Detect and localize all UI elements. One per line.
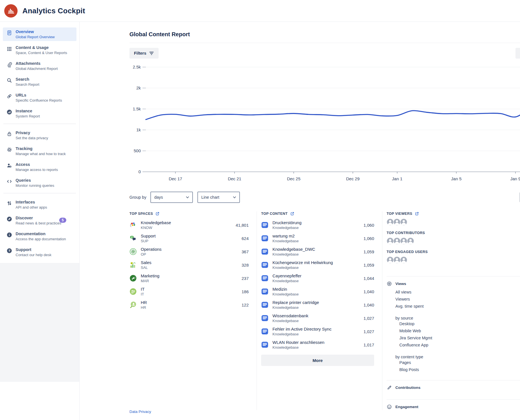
sidebar-item-documentation[interactable]: DocumentationAccess the app documentatio… [3, 230, 76, 243]
page-icon [261, 221, 269, 229]
user-avatar[interactable] [393, 256, 400, 263]
content-row[interactable]: Knowledgebase_DWCKnowledgebase1,059 [261, 247, 374, 257]
sidebar-item-subtitle: Search Report [16, 82, 39, 87]
sidebar-item-discover[interactable]: DiscoverRead news & best practices 5 [3, 214, 76, 227]
chart-type-select[interactable]: Line chart [197, 192, 240, 203]
space-row-sales[interactable]: SalesSAL 328 [129, 260, 249, 270]
user-avatar[interactable] [393, 237, 400, 245]
space-row-marketing[interactable]: MarketingMAR 237 [129, 273, 249, 283]
code-icon [6, 179, 12, 184]
filters-button[interactable]: Filters [129, 48, 159, 59]
content-row[interactable]: wartung m2Knowledgebase1,060 [261, 233, 374, 243]
content-title: Fehler im Active Directory Sync [272, 326, 331, 332]
svg-text:500: 500 [134, 148, 141, 153]
space-row-support[interactable]: SupportSUP 624 [129, 233, 249, 243]
page-icon [261, 248, 269, 255]
space-views-value: 328 [242, 263, 249, 267]
more-content-button[interactable]: More [261, 355, 374, 366]
space-views-value: 367 [242, 249, 249, 254]
sidebar-item-attachments[interactable]: AttachmentsGlobal Attachment Report [3, 59, 76, 73]
space-key: OP [141, 252, 161, 257]
group-by-value: days [154, 195, 163, 200]
user-avatar[interactable] [387, 237, 394, 245]
sidebar-item-subtitle: Global Report Overview [16, 35, 55, 39]
content-row[interactable]: MedizinKnowledgebase1,040 [261, 286, 374, 297]
content-row[interactable]: Replace printer cartridgeKnowledgebase1,… [261, 300, 374, 310]
contributions-accordion-header[interactable]: Contributions [387, 384, 520, 391]
user-avatar[interactable] [407, 237, 414, 245]
user-avatar[interactable] [400, 237, 407, 245]
top-content-section: TOP CONTENT DruckerstörungKnowledgebase1… [257, 211, 382, 410]
views-accordion-header[interactable]: Views [387, 280, 520, 287]
content-space: Knowledgebase [272, 318, 308, 323]
sidebar-item-title: Content & Usage [16, 45, 67, 50]
space-row-it[interactable]: ITIT 186 [129, 286, 249, 297]
space-row-hr[interactable]: HRHR 122 [129, 300, 249, 310]
top-contributors-title: TOP CONTRIBUTORS [387, 231, 425, 235]
engagement-accordion-header[interactable]: Engagement [387, 403, 520, 410]
content-space: Knowledgebase [272, 305, 319, 310]
sidebar-item-urls[interactable]: URLsSpecific Confluence Reports [3, 91, 76, 104]
content-row[interactable]: CayennepfefferKnowledgebase1,044 [261, 273, 374, 283]
space-key: HR [141, 305, 147, 310]
user-avatar[interactable] [400, 218, 407, 226]
sidebar-item-queries[interactable]: QueriesMonitor running queries [3, 176, 76, 190]
sidebar-item-title: Instance [16, 108, 40, 114]
content-row[interactable]: Küchengewürze mit HeilwirkungKnowledgeba… [261, 260, 374, 270]
date-range-button[interactable]: Last 30 days [515, 48, 520, 59]
content-row[interactable]: Fehler im Active Directory SyncKnowledge… [261, 326, 374, 337]
content-row[interactable]: WissensdatenbankKnowledgebase1,027 [261, 313, 374, 323]
support-space-icon [129, 235, 137, 242]
sidebar-item-subtitle: Manage what and how to track [16, 151, 66, 156]
space-name: Knowledgebase [141, 220, 171, 225]
svg-text:Jan 1: Jan 1 [392, 176, 402, 181]
sidebar-item-subtitle: Read news & best practices [16, 221, 61, 226]
sidebar-item-instance[interactable]: InstanceSystem Report [3, 107, 76, 120]
content-views-value: 1,017 [363, 342, 374, 347]
sidebar-item-interfaces[interactable]: InterfacesAPI and other apps [3, 198, 76, 211]
user-avatar[interactable] [387, 256, 394, 263]
svg-text:Dec 25: Dec 25 [287, 176, 301, 181]
sidebar-item-subtitle: Specific Confluence Reports [16, 98, 62, 103]
sidebar-item-support[interactable]: ? SupportContact our help desk [3, 245, 76, 259]
sidebar-item-title: Documentation [16, 231, 66, 237]
space-name: IT [141, 286, 144, 292]
svg-text:1.5k: 1.5k [133, 106, 141, 111]
user-avatar[interactable] [400, 256, 407, 263]
sidebar-item-privacy[interactable]: PrivacySet the data privacy [3, 128, 76, 142]
external-link-icon[interactable] [290, 211, 295, 216]
sidebar-item-content-usage[interactable]: Content & UsageSpace, Content & User Rep… [3, 43, 76, 57]
content-row[interactable]: WLAN Router anschliessenKnowledgebase1,0… [261, 340, 374, 350]
content-views-value: 1,027 [363, 316, 374, 321]
analytics-cockpit-app: Analytics Cockpit OverviewGlobal Report … [0, 0, 520, 420]
views-line-chart[interactable]: 05001k1.5k2k2.5kDec 17Dec 21Dec 25Dec 29… [129, 63, 520, 188]
sidebar-item-access[interactable]: AccessManage access to reports [3, 160, 76, 174]
space-row-operations[interactable]: OperationsOP 367 [129, 247, 249, 257]
pencil-icon [387, 385, 392, 390]
eye-icon [387, 281, 392, 286]
page-title: Global Content Report [129, 31, 190, 38]
user-check-icon [6, 163, 12, 168]
metric-label: Blog Posts [399, 367, 419, 372]
content-space: Knowledgebase [272, 252, 315, 257]
data-privacy-link[interactable]: Data Privacy [129, 410, 151, 414]
compass-icon [6, 216, 12, 222]
sidebar-item-overview[interactable]: OverviewGlobal Report Overview [3, 27, 76, 41]
content-views-value: 1,059 [363, 263, 374, 267]
sidebar-item-search[interactable]: SearchSearch Report [3, 75, 76, 89]
user-avatar[interactable] [387, 218, 394, 226]
top-viewers-title: TOP VIEWERS [387, 212, 412, 216]
content-title: Medizin [272, 286, 299, 292]
content-space: Knowledgebase [272, 225, 302, 230]
user-avatar[interactable] [393, 218, 400, 226]
content-title: Cayennepfeffer [272, 273, 301, 278]
space-row-knowledgebase[interactable]: KnowledgebaseKNOW 41,801 [129, 220, 249, 230]
svg-text:Dec 21: Dec 21 [228, 176, 241, 181]
sidebar-item-tracking[interactable]: TrackingManage what and how to track [3, 144, 76, 158]
content-space: Knowledgebase [272, 265, 333, 270]
group-by-select[interactable]: days [150, 192, 193, 203]
search-icon [6, 78, 12, 83]
external-link-icon[interactable] [155, 211, 160, 216]
content-row[interactable]: DruckerstörungKnowledgebase1,060 [261, 220, 374, 230]
external-link-icon[interactable] [415, 211, 419, 216]
